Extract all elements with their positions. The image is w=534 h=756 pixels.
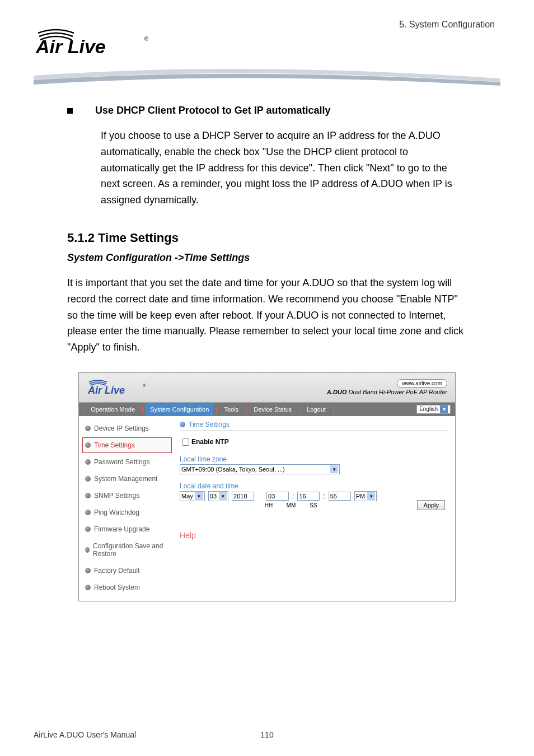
enable-ntp-label: Enable NTP [191,438,229,446]
nav-separator: | [142,405,143,413]
airlive-logo: Air Live ® [34,25,500,59]
chevron-down-icon: ▾ [195,492,203,500]
dot-icon [85,426,91,431]
bullet-square-icon [67,108,73,114]
page-number: 110 [260,730,273,739]
hh-input[interactable] [266,492,289,501]
nav-bar: | Operation Mode | System Configuration … [79,403,455,416]
bullet-body: If you choose to use a DHCP Server to ac… [101,128,467,208]
language-select[interactable]: English ▾ [416,405,451,414]
nav-separator: | [245,405,247,413]
dot-icon [85,547,90,553]
main-panel: Time Settings Enable NTP Local time zone… [172,416,455,601]
day-select[interactable]: 03▾ [208,491,228,501]
language-value: English [419,406,438,412]
sidebar-item-label: Ping Watchdog [94,508,139,516]
bullet-title: Use DHCP Client Protocol to Get IP autom… [95,105,330,116]
sidebar-item-label: Device IP Settings [94,424,149,432]
nav-separator: | [332,405,334,413]
sidebar-item-label: Password Settings [94,458,149,466]
tz-value: GMT+09:00 (Osaka, Tokyo, Seoul, ...) [181,466,328,473]
month-select[interactable]: May▾ [180,491,205,501]
mm-col-label: MM [282,502,301,508]
sidebar-item-label: System Management [94,475,157,483]
tab-logout[interactable]: Logout [302,406,330,413]
dot-icon [180,422,185,427]
chevron-down-icon: ▾ [440,405,448,413]
month-value: May [181,493,193,500]
section-paragraph: It is important that you set the date an… [67,275,467,356]
sidebar-item-password[interactable]: Password Settings [82,454,172,470]
sidebar-item-factory-default[interactable]: Factory Default [82,563,172,578]
footer-left: AirLive A.DUO User's Manual [34,730,136,739]
dot-icon [85,585,91,590]
dot-icon [85,493,91,498]
nav-separator: | [298,405,300,413]
dot-icon [85,459,91,465]
product-prefix: A.DUO [327,389,346,395]
tab-tools[interactable]: Tools [219,406,243,413]
panel-title: Time Settings [189,421,229,428]
svg-text:®: ® [143,384,146,388]
section-heading: 5.1.2 Time Settings [67,231,467,245]
svg-text:Air Live: Air Live [87,385,125,396]
sidebar-item-label: Configuration Save and Restore [93,542,169,558]
dot-icon [85,476,91,482]
svg-text:Air Live: Air Live [35,36,106,57]
panel-title-row: Time Settings [180,421,447,428]
colon: : [323,492,325,500]
ampm-select[interactable]: PM▾ [354,491,377,501]
sidebar-item-firmware[interactable]: Firmware Upgrade [82,521,172,537]
sidebar-item-ping-watchdog[interactable]: Ping Watchdog [82,505,172,520]
enable-ntp-row[interactable]: Enable NTP [180,437,447,447]
sidebar-item-label: Firmware Upgrade [94,525,149,533]
enable-ntp-checkbox[interactable] [182,438,189,446]
sidebar-item-label: SNMP Settings [94,492,139,500]
dot-icon [85,526,91,532]
section-subheading: System Configuration ->Time Settings [67,252,467,264]
sidebar-item-label: Factory Default [94,567,139,575]
nav-separator: | [82,405,84,413]
hh-col-label: HH [259,502,278,508]
divider [180,431,447,431]
colon: : [292,492,294,500]
tz-label: Local time zone [180,455,447,463]
ampm-value: PM [356,493,366,500]
site-link[interactable]: www.airlive.com [397,379,447,388]
chevron-down-icon: ▾ [367,492,375,500]
mm-input[interactable] [297,492,320,501]
product-rest: Dual Band Hi-Power PoE AP Router [346,389,447,395]
tab-device-status[interactable]: Device Status [249,406,296,413]
apply-button[interactable]: Apply [417,500,445,510]
dot-icon [85,442,91,448]
sidebar-item-config-save[interactable]: Configuration Save and Restore [82,538,172,562]
tab-operation-mode[interactable]: Operation Mode [86,406,139,413]
year-input[interactable] [232,492,254,501]
sidebar-item-snmp[interactable]: SNMP Settings [82,488,172,503]
header-swoosh [34,66,500,88]
sidebar-item-reboot[interactable]: Reboot System [82,580,172,595]
dot-icon [85,568,91,573]
tab-system-configuration[interactable]: System Configuration [146,403,213,416]
svg-text:®: ® [144,36,149,42]
sidebar-item-label: Reboot System [94,584,140,591]
nav-separator: | [216,405,217,413]
ss-col-label: SS [304,502,323,508]
dot-icon [85,510,91,515]
product-name: A.DUO Dual Band Hi-Power PoE AP Router [327,389,447,395]
chevron-down-icon: ▾ [330,465,338,473]
tz-select[interactable]: GMT+09:00 (Osaka, Tokyo, Seoul, ...) ▾ [180,464,340,474]
chevron-down-icon: ▾ [219,492,227,500]
sidebar-item-device-ip[interactable]: Device IP Settings [82,421,172,436]
embedded-screenshot: Air Live ® www.airlive.com A.DUO Dual Ba… [78,372,456,601]
sidebar: Device IP Settings Time Settings Passwor… [79,416,172,601]
sidebar-item-time-settings[interactable]: Time Settings [82,437,172,453]
date-label: Local date and time [180,482,447,490]
chapter-label: 5. System Configuration [399,20,495,30]
sidebar-item-system-mgmt[interactable]: System Management [82,471,172,487]
mini-airlive-logo: Air Live ® [87,378,148,397]
help-link[interactable]: Help [180,531,447,540]
ss-input[interactable] [329,492,351,501]
sidebar-item-label: Time Settings [94,441,135,449]
day-value: 03 [210,493,217,500]
